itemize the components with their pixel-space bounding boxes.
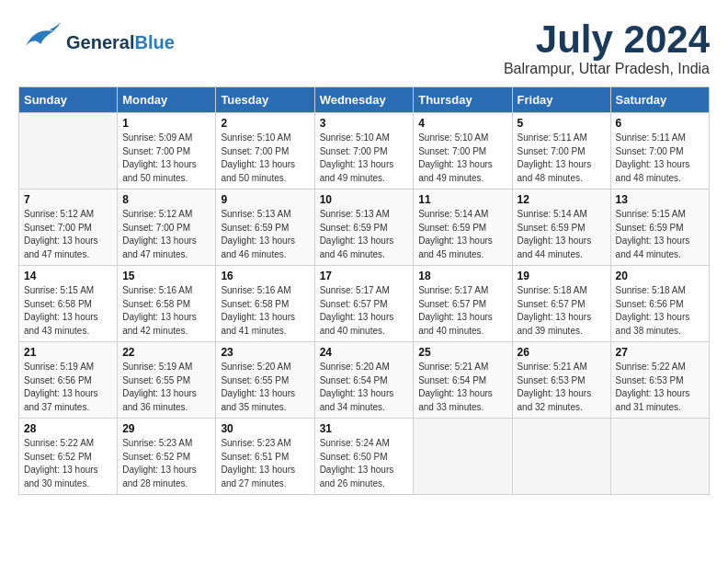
day-info: Sunrise: 5:10 AMSunset: 7:00 PMDaylight:… (320, 132, 409, 185)
day-cell: 17Sunrise: 5:17 AMSunset: 6:57 PMDayligh… (314, 266, 414, 342)
header-row: SundayMondayTuesdayWednesdayThursdayFrid… (19, 87, 710, 113)
day-cell: 10Sunrise: 5:13 AMSunset: 6:59 PMDayligh… (314, 190, 414, 266)
day-number: 26 (518, 346, 606, 359)
day-info: Sunrise: 5:15 AMSunset: 6:59 PMDaylight:… (616, 208, 704, 261)
calendar-header: SundayMondayTuesdayWednesdayThursdayFrid… (19, 87, 710, 113)
week-row-5: 28Sunrise: 5:22 AMSunset: 6:52 PMDayligh… (19, 419, 710, 495)
location-subtitle: Balrampur, Uttar Pradesh, India (504, 61, 710, 77)
day-number: 22 (122, 346, 210, 359)
day-number: 28 (24, 422, 112, 435)
header-cell-friday: Friday (512, 87, 610, 113)
day-cell: 28Sunrise: 5:22 AMSunset: 6:52 PMDayligh… (19, 419, 118, 495)
day-info: Sunrise: 5:14 AMSunset: 6:59 PMDaylight:… (418, 208, 506, 261)
day-info: Sunrise: 5:18 AMSunset: 6:56 PMDaylight:… (616, 284, 704, 338)
day-number: 21 (24, 346, 112, 359)
day-info: Sunrise: 5:17 AMSunset: 6:57 PMDaylight:… (418, 284, 506, 338)
day-info: Sunrise: 5:21 AMSunset: 6:54 PMDaylight:… (418, 361, 506, 414)
day-info: Sunrise: 5:20 AMSunset: 6:54 PMDaylight:… (320, 361, 409, 414)
day-number: 19 (518, 270, 606, 282)
day-number: 7 (24, 193, 112, 206)
day-cell: 6Sunrise: 5:11 AMSunset: 7:00 PMDaylight… (610, 113, 709, 190)
day-number: 13 (616, 193, 704, 206)
day-info: Sunrise: 5:15 AMSunset: 6:58 PMDaylight:… (24, 284, 112, 338)
day-info: Sunrise: 5:14 AMSunset: 6:59 PMDaylight:… (518, 208, 606, 261)
day-info: Sunrise: 5:09 AMSunset: 7:00 PMDaylight:… (122, 132, 210, 185)
day-info: Sunrise: 5:19 AMSunset: 6:55 PMDaylight:… (122, 361, 210, 414)
day-cell: 5Sunrise: 5:11 AMSunset: 7:00 PMDaylight… (512, 113, 610, 190)
day-info: Sunrise: 5:20 AMSunset: 6:55 PMDaylight:… (221, 361, 309, 414)
logo-general: GeneralBlue (66, 32, 175, 52)
day-info: Sunrise: 5:24 AMSunset: 6:50 PMDaylight:… (320, 437, 409, 490)
day-info: Sunrise: 5:13 AMSunset: 6:59 PMDaylight:… (221, 208, 309, 261)
main-title: July 2024 (504, 18, 710, 61)
day-number: 17 (320, 270, 409, 282)
day-number: 23 (221, 346, 309, 359)
day-info: Sunrise: 5:21 AMSunset: 6:53 PMDaylight:… (518, 361, 606, 414)
day-cell: 22Sunrise: 5:19 AMSunset: 6:55 PMDayligh… (118, 342, 216, 419)
day-number: 3 (320, 117, 409, 130)
day-info: Sunrise: 5:22 AMSunset: 6:52 PMDaylight:… (24, 437, 112, 490)
calendar-table: SundayMondayTuesdayWednesdayThursdayFrid… (18, 86, 710, 495)
day-cell: 24Sunrise: 5:20 AMSunset: 6:54 PMDayligh… (314, 342, 414, 419)
day-info: Sunrise: 5:19 AMSunset: 6:56 PMDaylight:… (24, 361, 112, 414)
header-cell-monday: Monday (118, 87, 216, 113)
header-cell-sunday: Sunday (19, 87, 118, 113)
day-info: Sunrise: 5:17 AMSunset: 6:57 PMDaylight:… (320, 284, 409, 338)
day-number: 31 (320, 422, 409, 435)
header: GeneralBlue July 2024 Balrampur, Uttar P… (18, 18, 710, 77)
day-number: 8 (122, 193, 210, 206)
day-number: 16 (221, 270, 309, 282)
day-cell: 21Sunrise: 5:19 AMSunset: 6:56 PMDayligh… (19, 342, 118, 419)
day-cell: 7Sunrise: 5:12 AMSunset: 7:00 PMDaylight… (19, 190, 118, 266)
day-number: 1 (122, 117, 210, 130)
day-number: 12 (518, 193, 606, 206)
day-cell: 14Sunrise: 5:15 AMSunset: 6:58 PMDayligh… (19, 266, 118, 342)
day-cell: 26Sunrise: 5:21 AMSunset: 6:53 PMDayligh… (512, 342, 610, 419)
day-number: 11 (418, 193, 506, 206)
week-row-4: 21Sunrise: 5:19 AMSunset: 6:56 PMDayligh… (19, 342, 710, 419)
day-cell: 13Sunrise: 5:15 AMSunset: 6:59 PMDayligh… (610, 190, 709, 266)
day-info: Sunrise: 5:22 AMSunset: 6:53 PMDaylight:… (616, 361, 704, 414)
day-number: 14 (24, 270, 112, 282)
header-cell-saturday: Saturday (610, 87, 709, 113)
day-cell: 29Sunrise: 5:23 AMSunset: 6:52 PMDayligh… (118, 419, 216, 495)
day-cell: 2Sunrise: 5:10 AMSunset: 7:00 PMDaylight… (216, 113, 314, 190)
day-number: 20 (616, 270, 704, 282)
day-cell: 3Sunrise: 5:10 AMSunset: 7:00 PMDaylight… (314, 113, 414, 190)
day-cell: 8Sunrise: 5:12 AMSunset: 7:00 PMDaylight… (118, 190, 216, 266)
day-number: 18 (418, 270, 506, 282)
day-number: 9 (221, 193, 309, 206)
day-cell (512, 419, 610, 495)
day-cell: 20Sunrise: 5:18 AMSunset: 6:56 PMDayligh… (610, 266, 709, 342)
day-cell: 31Sunrise: 5:24 AMSunset: 6:50 PMDayligh… (314, 419, 414, 495)
day-cell: 25Sunrise: 5:21 AMSunset: 6:54 PMDayligh… (414, 342, 512, 419)
week-row-2: 7Sunrise: 5:12 AMSunset: 7:00 PMDaylight… (19, 190, 710, 266)
day-cell (414, 419, 512, 495)
day-info: Sunrise: 5:16 AMSunset: 6:58 PMDaylight:… (221, 284, 309, 338)
week-row-3: 14Sunrise: 5:15 AMSunset: 6:58 PMDayligh… (19, 266, 710, 342)
day-cell: 4Sunrise: 5:10 AMSunset: 7:00 PMDaylight… (414, 113, 512, 190)
day-info: Sunrise: 5:23 AMSunset: 6:52 PMDaylight:… (122, 437, 210, 490)
day-cell: 11Sunrise: 5:14 AMSunset: 6:59 PMDayligh… (414, 190, 512, 266)
day-info: Sunrise: 5:23 AMSunset: 6:51 PMDaylight:… (221, 437, 309, 490)
day-cell (610, 419, 709, 495)
day-info: Sunrise: 5:18 AMSunset: 6:57 PMDaylight:… (518, 284, 606, 338)
day-info: Sunrise: 5:12 AMSunset: 7:00 PMDaylight:… (122, 208, 210, 261)
day-number: 15 (122, 270, 210, 282)
day-number: 10 (320, 193, 409, 206)
calendar-body: 1Sunrise: 5:09 AMSunset: 7:00 PMDaylight… (19, 113, 710, 495)
day-cell: 1Sunrise: 5:09 AMSunset: 7:00 PMDaylight… (118, 113, 216, 190)
day-cell: 12Sunrise: 5:14 AMSunset: 6:59 PMDayligh… (512, 190, 610, 266)
day-number: 24 (320, 346, 409, 359)
day-cell: 16Sunrise: 5:16 AMSunset: 6:58 PMDayligh… (216, 266, 314, 342)
day-number: 4 (418, 117, 506, 130)
day-cell (19, 113, 118, 190)
day-cell: 15Sunrise: 5:16 AMSunset: 6:58 PMDayligh… (118, 266, 216, 342)
day-info: Sunrise: 5:12 AMSunset: 7:00 PMDaylight:… (24, 208, 112, 261)
day-info: Sunrise: 5:13 AMSunset: 6:59 PMDaylight:… (320, 208, 409, 261)
header-cell-wednesday: Wednesday (314, 87, 414, 113)
day-number: 6 (616, 117, 704, 130)
day-cell: 18Sunrise: 5:17 AMSunset: 6:57 PMDayligh… (414, 266, 512, 342)
day-info: Sunrise: 5:10 AMSunset: 7:00 PMDaylight:… (221, 132, 309, 185)
day-cell: 9Sunrise: 5:13 AMSunset: 6:59 PMDaylight… (216, 190, 314, 266)
